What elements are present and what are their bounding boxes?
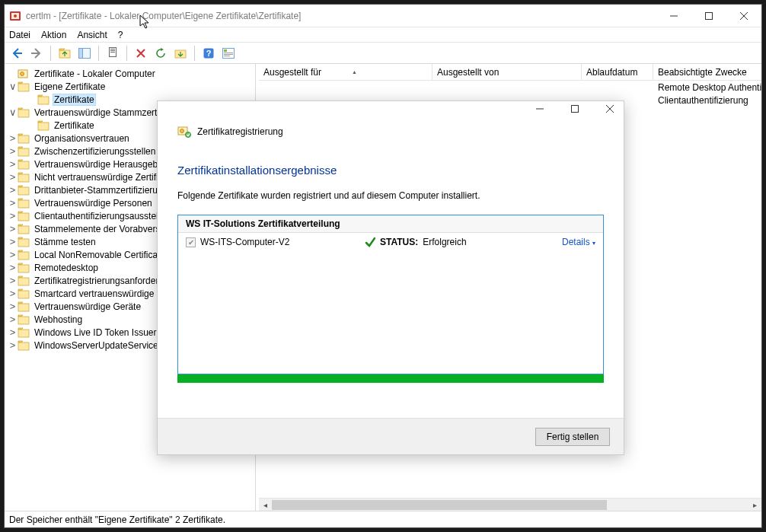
svg-rect-19 — [224, 49, 227, 52]
svg-rect-56 — [18, 278, 29, 285]
column-issued-to[interactable]: Ausgestellt für▲ — [259, 64, 432, 80]
cell-purposes: Clientauthentifizierung — [658, 95, 748, 106]
maximize-button[interactable] — [691, 5, 726, 27]
h-scrollbar[interactable]: ◂ ▸ — [259, 498, 761, 511]
svg-rect-22 — [224, 56, 230, 56]
svg-point-2 — [14, 14, 17, 18]
tree-twister[interactable]: ∨ — [8, 107, 18, 117]
svg-point-24 — [21, 72, 24, 75]
result-box-header: WS IT-Solutions Zertifikatverteilung — [178, 215, 603, 233]
properties-button[interactable] — [221, 46, 236, 61]
tree-item-label: Zertifikate — [53, 94, 96, 106]
scroll-right-icon[interactable]: ▸ — [748, 499, 761, 511]
tree-twister[interactable]: > — [8, 288, 18, 298]
svg-rect-26 — [18, 84, 29, 91]
svg-rect-36 — [18, 148, 29, 156]
tree-item-label: Zertifikate — [53, 120, 96, 131]
minimize-button[interactable] — [656, 5, 691, 27]
menu-file[interactable]: Datei — [9, 30, 30, 40]
svg-rect-60 — [18, 304, 29, 311]
result-box: WS IT-Solutions Zertifikatverteilung ✔ W… — [177, 215, 604, 374]
svg-rect-64 — [18, 330, 29, 337]
tree-item-label: Nicht vertrauenswürdige Zertifikate — [33, 172, 177, 183]
tree-twister[interactable]: > — [8, 327, 18, 337]
tree-item-label: Vertrauenswürdige Personen — [33, 198, 154, 209]
wizard-title: Zertifikatinstallationsergebnisse — [177, 164, 604, 177]
svg-rect-30 — [18, 110, 29, 117]
export-button[interactable] — [173, 46, 188, 61]
svg-rect-50 — [18, 239, 29, 247]
tree-twister[interactable]: > — [8, 198, 18, 208]
toolbar: ? — [5, 43, 761, 64]
up-folder-button[interactable] — [57, 46, 72, 61]
delete-button[interactable] — [133, 46, 148, 61]
svg-rect-44 — [18, 200, 29, 208]
tree-root[interactable]: Zertifikate - Lokaler Computer — [5, 67, 255, 80]
status-value: Erfolgreich — [423, 237, 466, 247]
svg-rect-46 — [18, 213, 29, 221]
close-button[interactable] — [726, 5, 761, 27]
tree-twister[interactable]: > — [8, 146, 18, 156]
show-hide-tree-button[interactable] — [77, 46, 92, 61]
tree-twister[interactable]: > — [8, 133, 18, 143]
svg-rect-32 — [38, 123, 49, 130]
back-button[interactable] — [9, 46, 24, 61]
svg-rect-38 — [18, 161, 29, 169]
svg-rect-48 — [18, 226, 29, 234]
tree-item-label: Remotedesktop — [33, 263, 100, 273]
refresh-button[interactable] — [153, 46, 168, 61]
tree-twister[interactable]: > — [8, 237, 18, 247]
tree-twister[interactable]: > — [8, 159, 18, 169]
tree-item-label: Stammelemente der Vorabversion — [33, 224, 174, 234]
tree-twister[interactable]: > — [8, 224, 18, 234]
statusbar: Der Speicher enthält "Eigene Zertifikate… — [5, 511, 761, 527]
result-cert-name: WS-ITS-Computer-V2 — [200, 237, 360, 247]
scroll-thumb[interactable] — [272, 500, 607, 510]
svg-rect-4 — [706, 12, 713, 19]
forward-button[interactable] — [29, 46, 44, 61]
tree-item-label: Clientauthentifizierungsaussteller — [33, 211, 170, 221]
window-title: certlm - [Zertifikate - Lokaler Computer… — [26, 11, 656, 21]
tree-twister[interactable]: > — [8, 185, 18, 195]
scroll-left-icon[interactable]: ◂ — [259, 499, 272, 511]
dialog-maximize-button[interactable] — [564, 103, 586, 115]
svg-rect-40 — [18, 174, 29, 182]
tree-item-label: Eigene Zertifikate — [33, 81, 107, 92]
tree-twister[interactable]: > — [8, 172, 18, 182]
wizard-subtitle: Folgende Zertifikate wurden registriert … — [177, 190, 604, 201]
titlebar: certlm - [Zertifikate - Lokaler Computer… — [5, 5, 761, 27]
dialog-close-button[interactable] — [599, 103, 621, 115]
menu-view[interactable]: Ansicht — [77, 30, 107, 40]
menu-help[interactable]: ? — [118, 30, 123, 40]
finish-button[interactable]: Fertig stellen — [535, 428, 610, 446]
tree-item-label: Webhosting — [33, 314, 84, 325]
table-row[interactable]: Remote Desktop Authentication — [259, 81, 761, 94]
cell-purposes: Remote Desktop Authentication — [658, 82, 761, 93]
tree-twister[interactable]: > — [8, 276, 18, 285]
menu-action[interactable]: Aktion — [41, 30, 66, 40]
tree-twister[interactable]: > — [8, 250, 18, 260]
wizard-icon — [177, 126, 191, 138]
tree-twister[interactable]: ∨ — [8, 81, 18, 91]
svg-rect-13 — [110, 50, 115, 51]
svg-rect-62 — [18, 317, 29, 324]
tree-twister[interactable]: > — [8, 263, 18, 272]
column-purposes[interactable]: Beabsichtigte Zwecke — [653, 64, 761, 80]
svg-rect-20 — [224, 53, 233, 53]
column-issued-by[interactable]: Ausgestellt von — [432, 64, 582, 80]
help-button[interactable]: ? — [201, 46, 216, 61]
dialog-minimize-button[interactable] — [529, 103, 551, 115]
details-toggle[interactable]: Details ▾ — [562, 237, 595, 247]
cut-button[interactable] — [105, 46, 120, 61]
tree-node-own-certs[interactable]: ∨Eigene Zertifikate — [5, 80, 255, 93]
svg-rect-58 — [18, 291, 29, 298]
column-expiry[interactable]: Ablaufdatum — [582, 64, 653, 80]
tree-twister[interactable]: > — [8, 340, 18, 350]
tree-twister[interactable]: > — [8, 301, 18, 311]
success-icon — [365, 237, 375, 247]
tree-twister[interactable]: > — [8, 211, 18, 221]
enrollment-wizard-dialog: Zertifikatregistrierung Zertifikatinstal… — [157, 100, 624, 455]
tree-twister[interactable]: > — [8, 314, 18, 324]
menubar: Datei Aktion Ansicht ? — [5, 27, 761, 43]
svg-point-72 — [180, 129, 184, 133]
